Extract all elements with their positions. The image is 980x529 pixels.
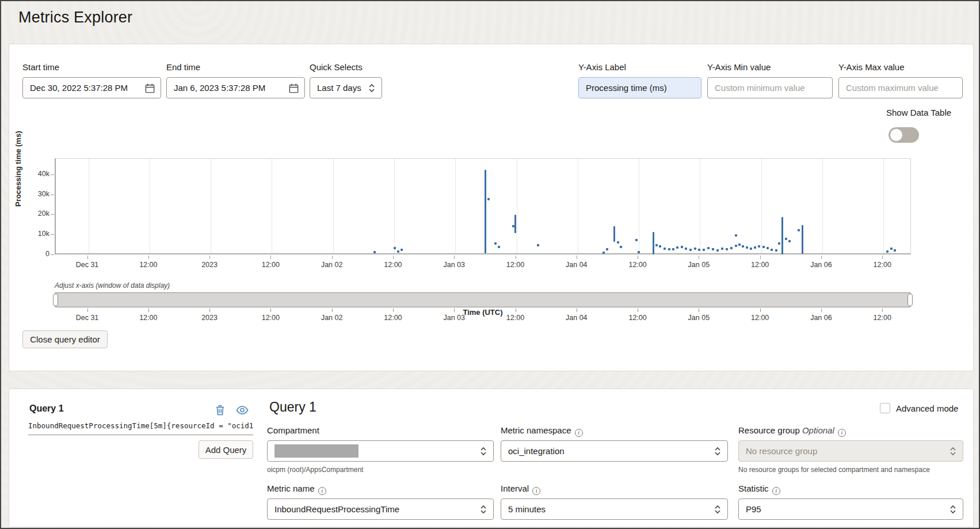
quick-selects-select[interactable]: Last 7 days — [310, 77, 382, 98]
start-time-input[interactable] — [23, 78, 161, 98]
metrics-explorer-page: Metrics Explorer Start time End time Qui… — [0, 0, 980, 529]
data-point — [716, 249, 719, 252]
x-axis-window-slider[interactable] — [55, 292, 911, 307]
x-tick-label: 12:00 — [250, 261, 291, 269]
slider-tick-mark — [577, 309, 577, 312]
data-point — [738, 243, 741, 246]
slider-tick-mark — [638, 309, 638, 312]
show-query-icon[interactable] — [236, 404, 249, 416]
x-tick-label: Jan 02 — [312, 261, 352, 269]
calendar-icon[interactable] — [288, 83, 299, 94]
slider-tick-label: Jan 05 — [678, 314, 719, 322]
chevron-updown-icon — [948, 446, 958, 457]
slider-tick-mark — [516, 309, 516, 312]
x-tick-mark — [148, 256, 149, 259]
y-axis-label-input[interactable] — [579, 78, 701, 98]
interval-select[interactable]: 5 minutes — [501, 498, 728, 520]
gridline — [150, 159, 150, 253]
data-point — [373, 251, 376, 253]
x-tick-mark — [821, 256, 822, 259]
slider-tick-label: 12:00 — [617, 314, 658, 322]
y-axis-max-input[interactable] — [839, 78, 962, 98]
info-icon[interactable]: i — [772, 487, 780, 495]
y-axis-min-input[interactable] — [708, 78, 832, 98]
start-time-label: Start time — [22, 62, 59, 72]
calendar-icon[interactable] — [144, 83, 155, 94]
slider-tick-mark — [209, 309, 210, 312]
x-tick-mark — [454, 256, 455, 259]
chevron-updown-icon — [713, 504, 722, 515]
data-point — [668, 248, 670, 250]
x-tick-label: Dec 31 — [67, 261, 108, 269]
y-tick-mark — [51, 174, 54, 175]
end-time-label: End time — [166, 62, 200, 72]
data-point — [798, 229, 800, 231]
data-point — [663, 248, 666, 250]
slider-tick-mark — [148, 309, 149, 312]
show-data-table-toggle[interactable] — [889, 127, 919, 143]
delete-query-icon[interactable] — [215, 404, 226, 416]
advanced-mode-checkbox[interactable] — [880, 403, 890, 413]
slider-tick-label: 12:00 — [250, 314, 291, 322]
data-point — [698, 249, 700, 251]
data-point — [638, 251, 640, 253]
data-spike — [613, 226, 615, 242]
gridline — [89, 159, 89, 253]
slider-handle-right[interactable] — [907, 294, 913, 306]
statistic-select[interactable]: P95 — [738, 498, 963, 520]
query-panel: Query 1 InboundRequestProcessingTime[5m]… — [9, 389, 974, 527]
slider-tick-mark — [270, 309, 271, 312]
slider-handle-left[interactable] — [53, 294, 58, 306]
slider-tick-label: 12:00 — [373, 314, 413, 322]
data-point — [788, 240, 791, 242]
data-point — [689, 249, 692, 251]
add-query-button[interactable]: Add Query — [199, 440, 253, 459]
data-point — [494, 242, 497, 245]
y-tick-mark — [51, 254, 54, 255]
info-icon[interactable]: i — [575, 429, 583, 437]
slider-tick-mark — [699, 309, 699, 312]
chevron-updown-icon — [479, 446, 488, 457]
y-axis-min-label: Y-Axis Min value — [707, 62, 771, 72]
slider-tick-label: 12:00 — [740, 314, 780, 322]
close-query-editor-button[interactable]: Close query editor — [22, 330, 108, 348]
info-icon[interactable]: i — [532, 487, 540, 495]
data-point — [694, 248, 696, 250]
redacted-compartment-value — [274, 444, 359, 458]
x-tick-label: 12:00 — [862, 261, 902, 269]
data-point — [635, 239, 638, 241]
metric-namespace-select[interactable]: oci_integration — [501, 440, 728, 462]
slider-caption: Adjust x-axis (window of data display) — [55, 281, 170, 290]
x-tick-label: Jan 04 — [556, 261, 597, 269]
query-expression[interactable]: InboundRequestProcessingTime[5m]{resourc… — [28, 421, 254, 430]
show-data-table-label: Show Data Table — [886, 108, 951, 117]
metric-name-select[interactable]: InboundRequestProcessingTime — [267, 498, 494, 520]
data-point — [394, 247, 396, 249]
metric-namespace-label: Metric namespacei — [501, 425, 583, 437]
slider-tick-mark — [454, 309, 455, 312]
end-time-input[interactable] — [167, 78, 304, 98]
x-tick-mark — [760, 256, 761, 259]
slider-tick-label: 12:00 — [495, 314, 536, 322]
x-tick-mark — [882, 256, 883, 259]
x-tick-mark — [332, 256, 333, 259]
gridline — [272, 159, 272, 253]
slider-tick-label: 12:00 — [862, 314, 902, 322]
data-point — [401, 249, 403, 251]
gridline — [333, 159, 334, 253]
info-icon[interactable]: i — [838, 429, 846, 437]
query-list-divider — [28, 435, 253, 435]
data-point — [707, 247, 710, 249]
slider-tick-mark — [87, 309, 88, 312]
x-tick-label: 12:00 — [128, 261, 169, 269]
data-point — [746, 246, 748, 249]
compartment-select[interactable] — [267, 440, 494, 462]
metric-name-label: Metric namei — [267, 484, 326, 495]
data-point — [775, 249, 777, 252]
y-tick-label: 40k — [29, 170, 49, 178]
advanced-mode-control[interactable]: Advanced mode — [880, 403, 958, 413]
x-tick-mark — [577, 256, 577, 259]
compartment-helper: oicpm (root)/AppsCompartment — [267, 466, 363, 474]
y-axis-max-label: Y-Axis Max value — [838, 62, 905, 72]
info-icon[interactable]: i — [318, 487, 326, 495]
